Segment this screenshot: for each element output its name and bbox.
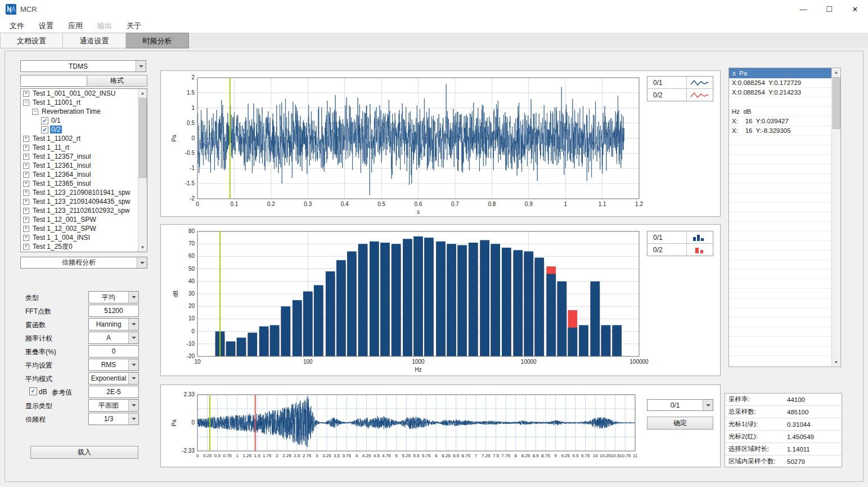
tree-item-label: Reverberation Time (41, 108, 102, 115)
expand-plus-icon[interactable]: + (23, 244, 29, 250)
scroll-up-icon[interactable]: ▲ (138, 89, 147, 97)
menu-item-1[interactable]: 设置 (32, 21, 61, 31)
form-select-5[interactable]: RMS (88, 359, 139, 371)
chevron-down-icon[interactable] (128, 413, 138, 425)
expand-plus-icon[interactable]: + (23, 163, 29, 169)
chevron-down-icon[interactable] (128, 332, 138, 343)
readout-scrollbar-thumb[interactable] (833, 77, 840, 129)
expand-plus-icon[interactable]: + (23, 172, 29, 178)
file-format-select[interactable]: TDMS (20, 60, 146, 72)
overview-waveform-chart[interactable]: 00.250.50.7511.251.51.7522.252.52.7533.2… (161, 385, 720, 467)
form-select-9[interactable]: 1/3 (88, 413, 139, 425)
svg-text:7.5: 7.5 (493, 453, 500, 458)
analysis-type-select[interactable]: 倍频程分析 (20, 257, 147, 269)
tree-item-2[interactable]: −Reverberation Time (21, 107, 147, 116)
channel-checkbox[interactable]: ✔ (41, 117, 48, 124)
form-select-3[interactable]: A (88, 332, 139, 344)
expand-plus-icon[interactable]: + (23, 91, 29, 97)
svg-text:-10: -10 (187, 341, 195, 347)
svg-text:8.5: 8.5 (533, 453, 539, 458)
readout-row-empty (729, 308, 832, 318)
chevron-down-icon[interactable] (128, 400, 138, 411)
form-input-4[interactable] (88, 345, 139, 358)
expand-plus-icon[interactable]: + (23, 199, 29, 205)
chevron-down-icon[interactable] (128, 319, 138, 330)
load-button[interactable]: 载入 (30, 446, 138, 459)
close-button[interactable]: ✕ (842, 0, 868, 19)
form-select-6[interactable]: Exponential (88, 372, 139, 385)
tree-item-9[interactable]: +Test 1_12364_insul (21, 170, 147, 179)
tree-item-8[interactable]: +Test 1_12361_insul (21, 161, 147, 170)
svg-text:1.75: 1.75 (263, 453, 272, 458)
tree-scrollbar-thumb[interactable] (139, 98, 147, 178)
maximize-button[interactable]: ☐ (816, 0, 842, 19)
tree-item-6[interactable]: +Test 1_11_rt (21, 143, 147, 152)
tree-item-14[interactable]: +Test 1_12_001_SPW (21, 215, 147, 224)
chevron-down-icon[interactable] (703, 400, 713, 410)
time-waveform-chart[interactable]: 00.10.20.30.40.50.60.70.80.911.11.221.51… (161, 71, 720, 216)
readout-scrollbar[interactable]: ▲ ▼ (831, 68, 840, 367)
minimize-button[interactable]: — (790, 0, 816, 19)
svg-text:-2.33: -2.33 (182, 448, 195, 454)
tree-item-0[interactable]: +Test 1_001_001_002_INSU (21, 89, 147, 98)
collapse-minus-icon[interactable]: − (32, 109, 38, 115)
tree-item-12[interactable]: +Test 1_123_210914094435_spw (21, 197, 147, 206)
expand-plus-icon[interactable]: + (23, 208, 29, 214)
svg-text:0.25: 0.25 (203, 453, 212, 458)
chevron-down-icon[interactable] (128, 359, 138, 370)
tree-item-10[interactable]: +Test 1_12365_insul (21, 179, 147, 188)
tree-scrollbar[interactable]: ▲ ▼ (138, 89, 147, 252)
tree-item-11[interactable]: +Test 1_123_210908101941_spw (21, 188, 147, 197)
format-button[interactable]: 格式 (87, 75, 147, 87)
expand-plus-icon[interactable]: + (23, 154, 29, 160)
scroll-down-icon[interactable]: ▼ (832, 358, 840, 367)
chevron-down-icon[interactable] (137, 257, 147, 268)
chevron-down-icon[interactable] (128, 373, 138, 384)
scroll-up-icon[interactable]: ▲ (832, 68, 840, 77)
confirm-button[interactable]: 确定 (647, 417, 713, 430)
db-checkbox[interactable]: ✔ (29, 387, 37, 395)
tab-0[interactable]: 文档设置 (0, 33, 63, 48)
tree-item-16[interactable]: +Test 1_1_004_INSI (21, 233, 147, 242)
menu-item-3[interactable]: 输出 (90, 21, 119, 31)
expand-plus-icon[interactable]: + (23, 145, 29, 151)
expand-plus-icon[interactable]: + (23, 136, 29, 142)
tree-item-5[interactable]: +Test 1_11002_rt (21, 134, 147, 143)
scroll-down-icon[interactable]: ▼ (138, 243, 147, 252)
form-input-7[interactable] (88, 386, 139, 398)
tab-2[interactable]: 时频分析 (126, 33, 189, 48)
expand-plus-icon[interactable]: + (23, 181, 29, 187)
channel-select[interactable]: 0/1 (647, 399, 713, 411)
menu-item-0[interactable]: 文件 (2, 21, 32, 31)
legend-item-0-2: 0/2 (647, 89, 713, 101)
expand-plus-icon[interactable]: + (23, 226, 29, 232)
readout-row (729, 97, 832, 107)
tree-item-7[interactable]: +Test 1_12357_insul (21, 152, 147, 161)
readout-row-empty (729, 164, 832, 174)
channel-checkbox[interactable]: ✔ (41, 126, 48, 133)
expand-plus-icon[interactable]: + (23, 190, 29, 196)
expand-plus-icon[interactable]: + (23, 217, 29, 223)
info-row-2: 光标1(绿):0.31044 (725, 418, 842, 431)
tree-item-15[interactable]: +Test 1_12_002_SPW (21, 224, 147, 233)
tree-item-label: Test 1_123_210908101941_spw (32, 189, 131, 196)
tree-item-3[interactable]: ✔0/1 (21, 116, 147, 125)
form-select-8[interactable]: 平面图 (88, 399, 139, 412)
chevron-down-icon[interactable] (128, 292, 138, 303)
expand-plus-icon[interactable]: + (23, 235, 29, 241)
collapse-minus-icon[interactable]: − (23, 100, 29, 106)
svg-text:3.5: 3.5 (334, 453, 340, 458)
tree-item-17[interactable]: +Test 1_25度0 (21, 242, 147, 251)
filter-input[interactable] (20, 75, 87, 87)
tab-1[interactable]: 通道设置 (63, 33, 126, 48)
form-input-1[interactable] (88, 305, 139, 317)
form-select-0[interactable]: 平均 (88, 291, 139, 303)
tree-item-1[interactable]: −Test 1_11001_rt (21, 98, 147, 107)
chevron-down-icon[interactable] (136, 61, 146, 72)
octave-spectrum-chart[interactable]: 1010010001000010000080706050403020100-10… (161, 225, 720, 376)
tree-item-4[interactable]: ✔0/2 (21, 125, 147, 134)
form-select-2[interactable]: Hanning (88, 318, 139, 330)
menu-item-2[interactable]: 应用 (61, 21, 90, 31)
menu-item-4[interactable]: 关于 (119, 21, 149, 31)
tree-item-13[interactable]: +Test 1_123_211026102932_spw (21, 206, 147, 215)
